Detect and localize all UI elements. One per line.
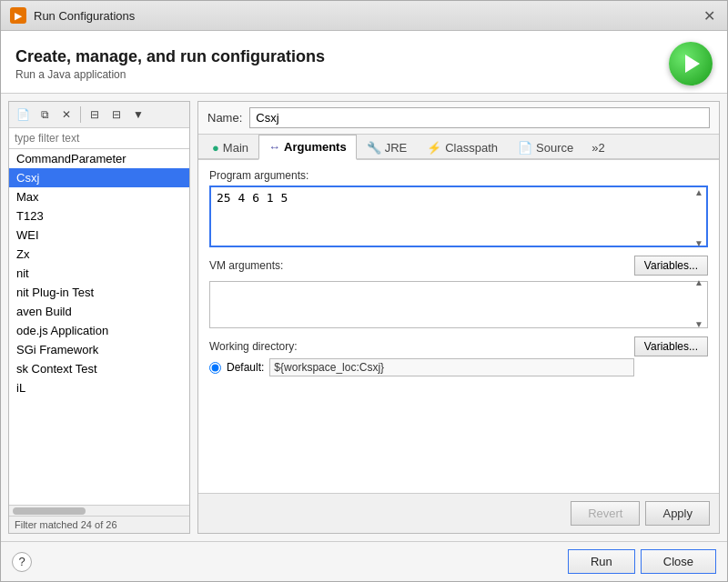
scroll-up-icon[interactable]: ▲ [694,187,703,197]
vm-args-wrapper: ▲ ▼ [209,276,708,331]
main-tab-label: Main [223,141,248,155]
source-tab-icon: 📄 [518,141,532,155]
filter-input[interactable] [9,128,189,149]
list-item[interactable]: CommandParameter [9,149,189,168]
duplicate-config-button[interactable]: ⧉ [35,105,55,125]
left-panel: 📄 ⧉ ✕ ⊟ ⊟ ▼ CommandParameter Csxj Max T1… [8,101,190,534]
action-bar: Revert Apply [198,493,719,533]
tab-main[interactable]: ● Main [202,135,258,159]
name-label: Name: [207,111,242,125]
default-dir-value: ${workspace_loc:Csxj} [269,358,634,376]
classpath-tab-label: Classpath [445,141,498,155]
filter-status: Filter matched 24 of 26 [9,516,189,533]
list-item[interactable]: iL [9,378,189,397]
dialog-title: Run Configurations [34,9,135,23]
default-radio[interactable] [209,362,221,374]
arguments-tab-icon: ↔ [268,140,280,154]
tab-source[interactable]: 📄 Source [508,135,583,159]
list-item[interactable]: nit [9,264,189,283]
list-item[interactable]: nit Plug-in Test [9,283,189,302]
name-input[interactable] [249,107,710,128]
run-button[interactable]: Run [568,549,635,574]
jre-tab-icon: 🔧 [367,141,381,155]
vm-scroll-down-icon[interactable]: ▼ [694,319,703,329]
close-button[interactable]: Close [641,549,716,574]
help-button[interactable]: ? [12,552,32,572]
config-list: CommandParameter Csxj Max T123 WEI Zx ni… [9,149,189,505]
tab-content-arguments: Program arguments: ▲ ▼ Variables... VM [198,160,719,493]
tab-jre[interactable]: 🔧 JRE [357,135,418,159]
list-item[interactable]: ode.js Application [9,321,189,340]
vm-args-section: VM arguments: ▲ ▼ Variables... [209,259,708,331]
header-area: Create, manage, and run configurations R… [1,31,727,94]
header-title: Create, manage, and run configurations [15,47,325,66]
list-item[interactable]: SGi Framework [9,340,189,359]
list-item[interactable]: Zx [9,245,189,264]
title-bar: ▶ Run Configurations ✕ [1,1,727,31]
vm-args-textarea[interactable] [209,281,708,328]
program-args-wrapper: ▲ ▼ [209,186,708,250]
program-args-textarea[interactable] [209,186,708,247]
overflow-tab-label: »2 [592,141,604,155]
vm-args-label: VM arguments: [209,259,708,272]
collapse-button[interactable]: ⊟ [106,105,126,125]
list-item[interactable]: WEI [9,226,189,245]
new-config-button[interactable]: 📄 [13,105,33,125]
tab-classpath[interactable]: ⚡ Classpath [417,135,508,159]
run-icon [669,42,713,85]
revert-button[interactable]: Revert [571,501,640,526]
bottom-bar: ? Run Close [1,541,727,581]
toolbar-separator [80,106,81,123]
default-radio-row: Default: ${workspace_loc:Csxj} [209,358,634,376]
classpath-tab-icon: ⚡ [427,141,441,155]
list-item[interactable]: T123 [9,206,189,226]
right-panel: Name: ● Main ↔ Arguments 🔧 JRE ⚡ [197,101,720,534]
program-args-scrollbar: ▲ ▼ [692,187,706,248]
apply-button[interactable]: Apply [645,501,710,526]
program-args-variables-button[interactable]: Variables... [634,256,708,276]
horizontal-scrollbar[interactable] [9,505,189,516]
vm-args-variables-button[interactable]: Variables... [634,336,708,356]
default-radio-label: Default: [227,361,264,374]
vm-scroll-up-icon[interactable]: ▲ [694,277,703,287]
scroll-down-icon[interactable]: ▼ [694,238,703,248]
working-dir-section: Working directory: Default: ${workspace_… [209,340,708,376]
bottom-right-buttons: Run Close [568,549,716,574]
working-dir-label: Working directory: [209,340,708,353]
header-subtitle: Run a Java application [15,68,325,81]
list-item[interactable]: Csxj [9,168,189,187]
tab-arguments[interactable]: ↔ Arguments [258,135,357,160]
program-args-section: Program arguments: ▲ ▼ Variables... [209,169,708,250]
main-body: 📄 ⧉ ✕ ⊟ ⊟ ▼ CommandParameter Csxj Max T1… [1,94,727,541]
close-title-button[interactable]: ✕ [700,6,718,25]
vm-args-scrollbar: ▲ ▼ [692,277,706,329]
delete-config-button[interactable]: ✕ [56,105,76,125]
program-args-label: Program arguments: [209,169,708,182]
jre-tab-label: JRE [385,141,408,155]
more-button[interactable]: ▼ [128,105,148,125]
tabs-bar: ● Main ↔ Arguments 🔧 JRE ⚡ Classpath 📄 [198,135,719,160]
left-toolbar: 📄 ⧉ ✕ ⊟ ⊟ ▼ [9,102,189,128]
list-item[interactable]: Max [9,187,189,206]
tab-overflow[interactable]: »2 [583,135,612,159]
name-row: Name: [198,102,719,135]
main-tab-icon: ● [212,141,219,155]
list-item[interactable]: aven Build [9,302,189,321]
header-text: Create, manage, and run configurations R… [15,47,325,81]
title-bar-left: ▶ Run Configurations [10,7,135,24]
run-triangle-icon [685,55,700,73]
scrollbar-thumb[interactable] [13,507,86,515]
filter-button[interactable]: ⊟ [85,105,105,125]
list-item[interactable]: sk Context Test [9,359,189,378]
run-configurations-dialog: ▶ Run Configurations ✕ Create, manage, a… [0,0,728,582]
arguments-tab-label: Arguments [284,140,347,154]
source-tab-label: Source [536,141,573,155]
dialog-icon: ▶ [10,7,26,24]
